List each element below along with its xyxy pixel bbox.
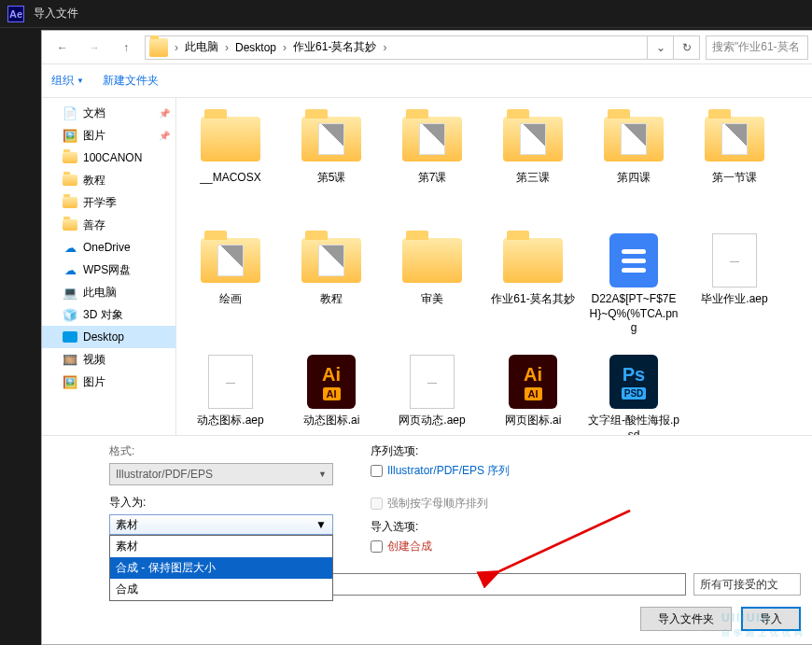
folder-icon bbox=[149, 38, 168, 57]
sidebar-item-label: WPS网盘 bbox=[83, 262, 131, 278]
file-item[interactable]: 绘画 bbox=[180, 229, 281, 350]
sidebar-item-label: 3D 对象 bbox=[83, 307, 123, 323]
crumb-pc[interactable]: 此电脑 bbox=[181, 36, 222, 59]
folder-icon bbox=[63, 175, 77, 186]
crumb-folder[interactable]: 作业61-莫名其妙 bbox=[289, 36, 380, 59]
sidebar-item-label: 开学季 bbox=[83, 195, 117, 211]
createcomp-checkbox[interactable]: 创建合成 bbox=[371, 539, 595, 554]
sidebar-item-label: 善存 bbox=[83, 217, 105, 233]
crumb-desktop[interactable]: Desktop bbox=[231, 36, 280, 59]
file-item[interactable]: 教程 bbox=[281, 229, 382, 350]
file-thumb bbox=[199, 234, 262, 287]
nav-forward[interactable]: → bbox=[81, 35, 107, 61]
sidebar: 📄文档🖼️图片100CANON教程开学季善存☁OneDrive☁WPS网盘💻此电… bbox=[42, 98, 176, 435]
file-name: 文字组-酸性海报.psd bbox=[587, 414, 680, 435]
file-thumb: — bbox=[199, 356, 262, 408]
file-thumb bbox=[703, 113, 766, 165]
dropdown-option[interactable]: 合成 bbox=[110, 579, 332, 600]
alpha-checkbox: 强制按字母顺序排列 bbox=[371, 496, 595, 512]
file-item[interactable]: 审美 bbox=[382, 229, 483, 350]
file-item[interactable]: 作业61-莫名其妙 bbox=[483, 229, 583, 350]
file-thumb bbox=[199, 113, 262, 165]
file-name: 第一节课 bbox=[712, 171, 757, 186]
sidebar-item-3D 对象[interactable]: 🧊3D 对象 bbox=[42, 303, 175, 326]
file-name: 毕业作业.aep bbox=[701, 292, 767, 307]
format-label: 格式: bbox=[109, 443, 333, 459]
file-thumb: AiAI bbox=[501, 356, 565, 408]
organize-menu[interactable]: 组织 ▼ bbox=[51, 73, 84, 89]
chevron-icon[interactable]: › bbox=[380, 41, 389, 54]
dropdown-option[interactable]: 素材 bbox=[110, 536, 332, 557]
file-name: 网页图标.ai bbox=[505, 414, 562, 428]
file-thumb bbox=[602, 234, 665, 287]
importopt-label: 导入选项: bbox=[371, 519, 595, 535]
sidebar-item-善存[interactable]: 善存 bbox=[42, 214, 175, 236]
3d-icon: 🧊 bbox=[63, 307, 77, 322]
address-bar[interactable]: › 此电脑 › Desktop › 作业61-莫名其妙 › ⌄ ↻ bbox=[145, 35, 700, 60]
import-folder-button[interactable]: 导入文件夹 bbox=[640, 607, 732, 631]
sidebar-item-图片[interactable]: 🖼️图片 bbox=[42, 124, 175, 147]
addr-dropdown[interactable]: ⌄ bbox=[647, 36, 673, 59]
sidebar-item-WPS网盘[interactable]: ☁WPS网盘 bbox=[42, 259, 175, 281]
file-item[interactable]: 第三课 bbox=[483, 107, 583, 229]
file-item[interactable]: D22A$[PT~F$7EH}~Q%(%TCA.png bbox=[583, 229, 684, 350]
file-name: 审美 bbox=[421, 292, 443, 307]
file-item[interactable]: __MACOSX bbox=[180, 107, 281, 229]
file-item[interactable]: 第7课 bbox=[382, 107, 483, 229]
dropdown-option[interactable]: 合成 - 保持图层大小 bbox=[110, 557, 332, 579]
search-input[interactable]: 搜索"作业61-莫名 bbox=[706, 35, 808, 60]
dialog-title: 导入文件 bbox=[34, 6, 78, 21]
chevron-icon[interactable]: › bbox=[172, 41, 181, 54]
doc-icon: 📄 bbox=[63, 105, 77, 120]
file-item[interactable]: 第一节课 bbox=[684, 107, 785, 229]
file-item[interactable]: —网页动态.aep bbox=[382, 350, 483, 435]
sidebar-item-图片[interactable]: 🖼️图片 bbox=[42, 371, 175, 393]
pic-icon: 🖼️ bbox=[63, 374, 77, 389]
file-item[interactable]: —毕业作业.aep bbox=[684, 229, 785, 350]
file-thumb bbox=[300, 113, 363, 165]
sidebar-item-教程[interactable]: 教程 bbox=[42, 169, 175, 191]
file-item[interactable]: 第四课 bbox=[583, 107, 684, 229]
ae-logo: Ae bbox=[7, 6, 24, 22]
file-item[interactable]: 第5课 bbox=[281, 107, 382, 229]
file-name: D22A$[PT~F$7EH}~Q%(%TCA.png bbox=[587, 292, 680, 336]
file-name: 教程 bbox=[320, 292, 343, 307]
file-thumb: PsPSD bbox=[602, 356, 665, 408]
file-name: 绘画 bbox=[219, 292, 242, 307]
file-name: 动态图标.ai bbox=[303, 414, 360, 428]
sequence-checkbox[interactable]: Illustrator/PDF/EPS 序列 bbox=[371, 463, 595, 479]
nav-up[interactable]: ↑ bbox=[113, 35, 139, 61]
file-thumb bbox=[400, 113, 464, 165]
sidebar-item-label: 视频 bbox=[83, 352, 105, 368]
format-combo[interactable]: Illustrator/PDF/EPS▼ bbox=[109, 463, 333, 485]
sidebar-item-label: 文档 bbox=[83, 105, 105, 121]
drive-icon: ☁ bbox=[63, 240, 77, 255]
file-name: 网页动态.aep bbox=[399, 414, 465, 428]
sidebar-item-视频[interactable]: 🎞️视频 bbox=[42, 348, 175, 371]
sidebar-item-100CANON[interactable]: 100CANON bbox=[42, 147, 175, 169]
refresh-button[interactable]: ↻ bbox=[673, 36, 699, 59]
new-folder-button[interactable]: 新建文件夹 bbox=[103, 73, 159, 89]
sidebar-item-OneDrive[interactable]: ☁OneDrive bbox=[42, 236, 175, 259]
file-item[interactable]: AiAI动态图标.ai bbox=[281, 350, 382, 435]
filetype-combo[interactable]: 所有可接受的文 bbox=[693, 573, 801, 596]
sidebar-item-Desktop[interactable]: Desktop bbox=[42, 326, 175, 348]
sidebar-item-label: 图片 bbox=[83, 128, 105, 144]
sidebar-item-开学季[interactable]: 开学季 bbox=[42, 191, 175, 214]
file-thumb bbox=[501, 234, 565, 287]
file-item[interactable]: AiAI网页图标.ai bbox=[483, 350, 583, 435]
nav-back[interactable]: ← bbox=[49, 35, 76, 61]
chevron-icon[interactable]: › bbox=[222, 41, 231, 54]
sidebar-item-文档[interactable]: 📄文档 bbox=[42, 102, 175, 124]
file-grid: __MACOSX第5课第7课第三课第四课第一节课绘画教程审美作业61-莫名其妙D… bbox=[176, 98, 812, 435]
chevron-icon[interactable]: › bbox=[280, 41, 289, 54]
pic-icon: 🖼️ bbox=[63, 128, 77, 143]
file-name: 第5课 bbox=[317, 171, 346, 186]
importas-combo[interactable]: 素材▼ bbox=[109, 514, 333, 535]
file-item[interactable]: PsPSD文字组-酸性海报.psd bbox=[583, 350, 684, 435]
file-name: 第7课 bbox=[418, 171, 447, 186]
sidebar-item-label: OneDrive bbox=[83, 241, 131, 254]
file-name: 作业61-莫名其妙 bbox=[491, 292, 574, 307]
sidebar-item-此电脑[interactable]: 💻此电脑 bbox=[42, 281, 175, 303]
file-item[interactable]: —动态图标.aep bbox=[180, 350, 281, 435]
